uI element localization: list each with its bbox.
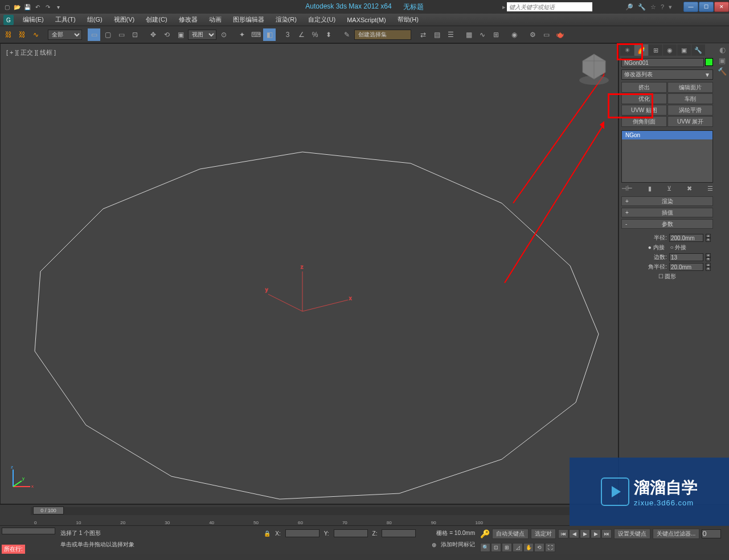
- percent-snap-icon[interactable]: %: [309, 28, 321, 41]
- menu-rendering[interactable]: 渲染(R): [270, 15, 302, 24]
- angle-snap-icon[interactable]: ∠: [295, 28, 308, 41]
- zoom-extents-icon[interactable]: ⊞: [502, 543, 512, 552]
- field-of-view-icon[interactable]: ◿: [513, 543, 523, 552]
- render-icon[interactable]: 🫖: [554, 28, 566, 41]
- nav-tool-icon[interactable]: ▣: [719, 56, 726, 65]
- file-save-icon[interactable]: 💾: [23, 2, 32, 11]
- mod-btn-bevelprofile[interactable]: 倒角剖面: [621, 116, 667, 127]
- schematic-icon[interactable]: ⊞: [490, 28, 502, 41]
- link-icon[interactable]: ⛓: [2, 28, 15, 41]
- move-icon[interactable]: ✥: [147, 28, 159, 41]
- minimize-button[interactable]: —: [683, 2, 698, 12]
- auto-key-button[interactable]: 自动关键点: [492, 529, 529, 539]
- keyboard-shortcut-icon[interactable]: ⌨: [249, 28, 262, 41]
- menu-create[interactable]: 创建(C): [140, 15, 173, 24]
- named-selection-combo[interactable]: 创建选择集: [354, 30, 411, 40]
- goto-end-icon[interactable]: ⏭: [601, 529, 612, 538]
- radius-spinner[interactable]: 200.0mm: [669, 234, 703, 242]
- inscribed-radio[interactable]: ● 内接: [648, 244, 665, 252]
- search-chevron-icon[interactable]: ▸: [502, 3, 506, 11]
- rollout-parameters[interactable]: -参数: [621, 219, 713, 229]
- help-icon[interactable]: ?: [661, 3, 664, 11]
- nav-tool-icon[interactable]: 🔨: [718, 67, 727, 76]
- key-mode-icon[interactable]: 🔑: [480, 529, 490, 538]
- object-name-input[interactable]: [621, 58, 704, 67]
- circumscribed-radio[interactable]: ○ 外接: [670, 244, 687, 252]
- tab-modify-icon[interactable]: 🌈: [634, 44, 648, 56]
- unlink-icon[interactable]: ⛓: [16, 28, 28, 41]
- time-tag-icon[interactable]: ⊕: [432, 542, 436, 548]
- play-icon[interactable]: ▶: [580, 529, 590, 538]
- next-frame-icon[interactable]: ▶: [591, 529, 601, 538]
- modifier-list-combo[interactable]: 修改器列表▼: [621, 69, 713, 80]
- maximize-button[interactable]: ☐: [699, 2, 714, 12]
- mod-btn-lathe[interactable]: 车削: [667, 93, 713, 104]
- menu-animation[interactable]: 动画: [203, 15, 227, 24]
- zoom-icon[interactable]: 🔍: [480, 543, 490, 552]
- align-icon[interactable]: ▤: [431, 28, 443, 41]
- spinner-snap-icon[interactable]: ⬍: [322, 28, 335, 41]
- tab-motion-icon[interactable]: ◉: [663, 44, 677, 56]
- selection-filter-combo[interactable]: 全部: [48, 30, 82, 40]
- remove-mod-icon[interactable]: ✖: [687, 185, 692, 192]
- menu-graph-editors[interactable]: 图形编辑器: [227, 15, 270, 24]
- scale-icon[interactable]: ▣: [174, 28, 187, 41]
- current-frame-input[interactable]: [702, 529, 721, 538]
- menu-modifiers[interactable]: 修改器: [173, 15, 203, 24]
- mod-btn-editpatch[interactable]: 编辑面片: [667, 82, 713, 93]
- qat-dropdown-icon[interactable]: ▾: [54, 2, 63, 11]
- rollout-interpolation[interactable]: +插值: [621, 208, 713, 217]
- material-editor-icon[interactable]: ◉: [508, 28, 521, 41]
- tab-display-icon[interactable]: ▣: [677, 44, 691, 56]
- snap-toggle-icon[interactable]: ◧: [263, 28, 276, 41]
- z-coord-input[interactable]: [382, 529, 416, 537]
- goto-start-icon[interactable]: ⏮: [558, 529, 568, 538]
- selection-lock-combo[interactable]: 选定对: [531, 529, 556, 539]
- help-search-input[interactable]: [507, 2, 592, 11]
- x-coord-input[interactable]: [285, 529, 320, 537]
- select-rect-icon[interactable]: ▭: [115, 28, 128, 41]
- time-slider-handle[interactable]: 0 / 100: [33, 507, 64, 514]
- layer-icon[interactable]: ☰: [444, 28, 457, 41]
- star-icon[interactable]: ☆: [650, 3, 656, 11]
- show-end-icon[interactable]: ▮: [648, 185, 652, 192]
- tab-hierarchy-icon[interactable]: ⊞: [649, 44, 662, 56]
- select-icon[interactable]: ▭: [88, 28, 100, 41]
- lock-selection-icon[interactable]: 🔒: [264, 530, 271, 537]
- close-button[interactable]: ✕: [714, 2, 729, 12]
- set-key-button[interactable]: 设置关键点: [614, 529, 650, 539]
- make-unique-icon[interactable]: ⊻: [667, 185, 671, 192]
- render-frame-icon[interactable]: ▭: [540, 28, 552, 41]
- mod-btn-optimize[interactable]: 优化: [621, 93, 667, 104]
- key-icon[interactable]: 🔧: [638, 3, 646, 11]
- rollout-render[interactable]: +渲染: [621, 196, 713, 206]
- bind-icon[interactable]: ∿: [30, 28, 42, 41]
- add-time-tag[interactable]: 添加时间标记: [441, 541, 475, 549]
- manipulate-icon[interactable]: ✦: [236, 28, 248, 41]
- key-filters-button[interactable]: 关键点过滤器...: [653, 529, 699, 539]
- dropdown-icon[interactable]: ▾: [669, 3, 672, 11]
- mod-btn-turbosmooth[interactable]: 涡轮平滑: [667, 105, 713, 116]
- mod-btn-uvwmap[interactable]: UVW 贴图: [621, 105, 667, 116]
- y-coord-input[interactable]: [334, 529, 368, 537]
- viewport[interactable]: [ + ][ 正交 ][ 线框 ] z y x: [0, 43, 619, 504]
- maxscript-listener-label[interactable]: 所在行:: [2, 545, 25, 554]
- select-name-icon[interactable]: ▢: [101, 28, 114, 41]
- orbit-icon[interactable]: ⟲: [534, 543, 544, 552]
- graphite-icon[interactable]: ▦: [462, 28, 475, 41]
- corner-radius-spinner[interactable]: 20.0mm: [669, 263, 703, 271]
- nav-tool-icon[interactable]: ◐: [719, 46, 726, 54]
- maximize-viewport-icon[interactable]: ⛶: [545, 543, 555, 552]
- menu-help[interactable]: 帮助(H): [392, 15, 424, 24]
- ref-coord-combo[interactable]: 视图: [188, 30, 216, 40]
- mod-btn-uvwunwrap[interactable]: UVW 展开: [667, 116, 713, 127]
- menu-edit[interactable]: 编辑(E): [17, 15, 50, 24]
- select-window-icon[interactable]: ⊡: [129, 28, 141, 41]
- binoculars-icon[interactable]: 🔎: [625, 3, 633, 11]
- redo-icon[interactable]: ↷: [43, 2, 52, 11]
- file-open-icon[interactable]: 📂: [13, 2, 22, 11]
- configure-sets-icon[interactable]: ☰: [707, 185, 713, 192]
- menu-views[interactable]: 视图(V): [108, 15, 141, 24]
- app-menu-icon[interactable]: G: [3, 15, 14, 25]
- prev-frame-icon[interactable]: ◀: [569, 529, 579, 538]
